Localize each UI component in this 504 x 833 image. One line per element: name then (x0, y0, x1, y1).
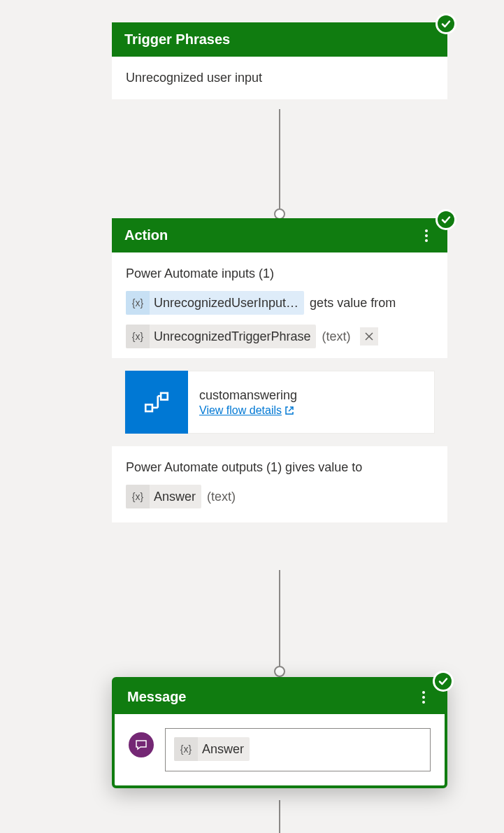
trigger-content: Unrecognized user input (126, 71, 262, 85)
trigger-phrases-node[interactable]: Trigger Phrases Unrecognized user input (112, 22, 447, 99)
trigger-phrases-header: Trigger Phrases (112, 22, 447, 57)
flow-icon (125, 371, 188, 434)
flow-link-label: View flow details (199, 404, 282, 417)
input-variable-chip[interactable]: {x} UnrecognizedUserInput… (126, 291, 304, 315)
source-var-name: UnrecognizedTriggerPhrase (154, 329, 310, 344)
answer-chip-label: Answer (202, 742, 244, 757)
source-variable-chip[interactable]: {x} UnrecognizedTriggerPhrase (126, 325, 316, 348)
remove-icon[interactable] (360, 327, 378, 346)
check-icon (435, 209, 456, 230)
trigger-title: Trigger Phrases (124, 31, 230, 48)
flow-name: customanswering (199, 388, 297, 403)
connector-line (279, 109, 280, 218)
outputs-label: Power Automate outputs (1) gives value t… (126, 460, 433, 475)
answer-variable-chip[interactable]: {x} Answer (174, 737, 250, 761)
action-node[interactable]: Action Power Automate inputs (1) {x} Unr… (112, 218, 447, 522)
message-input[interactable]: {x} Answer (165, 728, 431, 771)
svg-line-7 (289, 407, 293, 411)
action-header: Action (112, 218, 447, 252)
variable-icon: {x} (126, 291, 150, 315)
view-flow-details-link[interactable]: View flow details (199, 404, 297, 417)
variable-icon: {x} (126, 485, 150, 508)
variable-icon: {x} (126, 325, 150, 348)
svg-rect-2 (145, 405, 152, 412)
check-icon (435, 13, 456, 34)
flow-card[interactable]: customanswering View flow details (124, 371, 435, 434)
kebab-menu-icon[interactable] (418, 227, 435, 244)
connector-line (279, 570, 280, 675)
output-type: (text) (207, 490, 236, 504)
action-title: Action (124, 227, 168, 243)
trigger-body: Unrecognized user input (112, 57, 447, 99)
external-link-icon (285, 406, 294, 415)
connector-circle (274, 666, 285, 677)
gets-value-label: gets value from (310, 296, 396, 311)
check-icon (433, 671, 454, 692)
output-variable-chip[interactable]: {x} Answer (126, 485, 201, 508)
connector-line (279, 800, 280, 833)
message-title: Message (127, 689, 187, 705)
svg-rect-3 (161, 393, 168, 400)
chat-icon (129, 732, 154, 757)
output-var-name: Answer (154, 490, 196, 504)
source-type: (text) (322, 329, 350, 344)
flow-section: customanswering View flow details (112, 358, 447, 446)
input-var-name: UnrecognizedUserInput… (154, 296, 298, 311)
message-header: Message (115, 680, 445, 714)
message-node[interactable]: Message {x} Answer (112, 677, 447, 788)
inputs-label: Power Automate inputs (1) (126, 266, 433, 281)
variable-icon: {x} (174, 737, 198, 761)
kebab-menu-icon[interactable] (415, 689, 432, 706)
